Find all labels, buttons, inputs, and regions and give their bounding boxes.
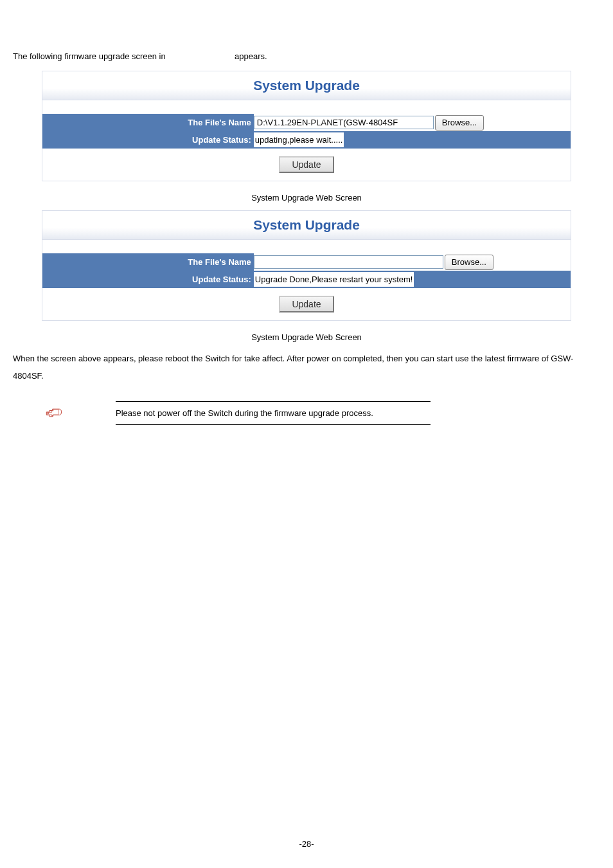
intro-suffix: appears. (235, 51, 267, 61)
update-button[interactable]: Update (279, 156, 333, 173)
spacer (42, 100, 571, 114)
update-status-value: updating,please wait..... (254, 132, 344, 147)
body-text: When the screen above appears, please re… (13, 350, 600, 385)
intro-text: The following firmware upgrade screen in… (13, 51, 600, 61)
system-upgrade-panel-1: System Upgrade The File's Name Browse...… (42, 71, 571, 181)
update-status-label: Update Status: (42, 131, 254, 149)
figure-caption-2: System Upgrade Web Screen (13, 332, 600, 342)
system-upgrade-panel-2: System Upgrade The File's Name Browse...… (42, 210, 571, 321)
update-button[interactable]: Update (279, 296, 333, 312)
panel-title: System Upgrade (42, 71, 571, 100)
browse-button[interactable]: Browse... (445, 255, 493, 270)
browse-button[interactable]: Browse... (435, 115, 484, 131)
note-block: Please not power off the Switch during t… (13, 401, 600, 425)
file-name-input[interactable] (254, 116, 434, 129)
file-name-label: The File's Name (42, 114, 254, 131)
figure-caption-1: System Upgrade Web Screen (13, 193, 600, 203)
file-name-input[interactable] (254, 255, 443, 269)
pointing-hand-icon (45, 405, 63, 420)
panel-title: System Upgrade (42, 211, 571, 239)
file-name-label: The File's Name (42, 253, 254, 271)
intro-prefix: The following firmware upgrade screen in (13, 51, 166, 61)
update-status-label: Update Status: (42, 271, 254, 288)
spacer (42, 239, 571, 253)
note-icon-container (13, 405, 116, 420)
note-text: Please not power off the Switch during t… (116, 401, 431, 425)
update-status-value: Upgrade Done,Please restart your system! (254, 272, 414, 287)
